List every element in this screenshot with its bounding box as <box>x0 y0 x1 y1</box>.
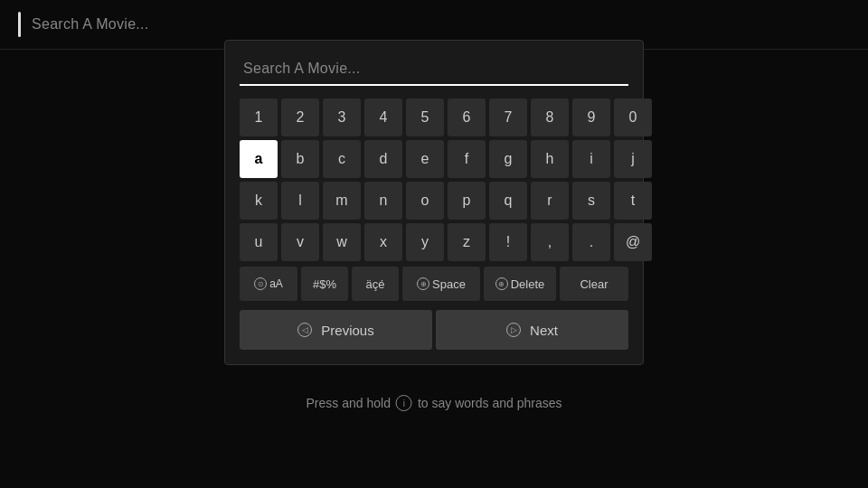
key-s[interactable]: s <box>572 182 610 220</box>
space-circle-icon: ⊕ <box>417 277 429 290</box>
top-search-placeholder: Search A Movie... <box>32 16 149 33</box>
key-3[interactable]: 3 <box>323 99 361 136</box>
clear-button[interactable]: Clear <box>560 267 628 301</box>
accent-button[interactable]: äçé <box>352 267 399 301</box>
delete-circle-icon: ⊕ <box>495 277 508 290</box>
key-f[interactable]: f <box>448 140 486 178</box>
key-i[interactable]: i <box>572 140 610 178</box>
key-u[interactable]: u <box>240 223 278 261</box>
key-n[interactable]: n <box>364 182 402 220</box>
next-button[interactable]: ▷ Next <box>436 310 628 350</box>
special-row: ⊙ aA #$% äçé ⊕ Space ⊕ Delete Clear <box>240 267 628 301</box>
key-5[interactable]: 5 <box>406 99 444 136</box>
key-x[interactable]: x <box>364 223 402 261</box>
key-t[interactable]: t <box>614 182 652 220</box>
key-a[interactable]: a <box>240 140 278 178</box>
key-exclaim[interactable]: ! <box>489 223 527 261</box>
key-m[interactable]: m <box>323 182 361 220</box>
key-4[interactable]: 4 <box>364 99 402 136</box>
alpha-row-2: k l m n o p q r s t <box>240 182 628 220</box>
key-1[interactable]: 1 <box>240 99 278 136</box>
key-comma[interactable]: , <box>531 223 569 261</box>
number-row: 1 2 3 4 5 6 7 8 9 0 <box>240 99 628 136</box>
next-circle-icon: ▷ <box>506 323 521 337</box>
keyboard-grid: 1 2 3 4 5 6 7 8 9 0 a b c d e f g h i j … <box>240 99 628 350</box>
key-period[interactable]: . <box>572 223 610 261</box>
symbol-button[interactable]: #$% <box>301 267 348 301</box>
nav-row: ◁ Previous ▷ Next <box>240 310 628 350</box>
key-d[interactable]: d <box>364 140 402 178</box>
alpha-row-1: a b c d e f g h i j <box>240 140 628 178</box>
search-divider <box>18 12 21 37</box>
key-k[interactable]: k <box>240 182 278 220</box>
key-e[interactable]: e <box>406 140 444 178</box>
key-8[interactable]: 8 <box>531 99 569 136</box>
key-6[interactable]: 6 <box>448 99 486 136</box>
keyboard-modal: 1 2 3 4 5 6 7 8 9 0 a b c d e f g h i j … <box>224 40 644 365</box>
key-r[interactable]: r <box>531 182 569 220</box>
delete-button[interactable]: ⊕ Delete <box>484 267 556 301</box>
key-y[interactable]: y <box>406 223 444 261</box>
case-toggle-button[interactable]: ⊙ aA <box>240 267 297 301</box>
key-q[interactable]: q <box>489 182 527 220</box>
alpha-row-3: u v w x y z ! , . @ <box>240 223 628 261</box>
key-l[interactable]: l <box>281 182 319 220</box>
key-v[interactable]: v <box>281 223 319 261</box>
space-button[interactable]: ⊕ Space <box>402 267 480 301</box>
modal-search-input[interactable] <box>240 55 628 86</box>
key-c[interactable]: c <box>323 140 361 178</box>
key-at[interactable]: @ <box>614 223 652 261</box>
key-o[interactable]: o <box>406 182 444 220</box>
previous-circle-icon: ◁ <box>297 323 312 337</box>
case-circle-icon: ⊙ <box>254 277 267 290</box>
key-w[interactable]: w <box>323 223 361 261</box>
key-h[interactable]: h <box>531 140 569 178</box>
key-g[interactable]: g <box>489 140 527 178</box>
key-b[interactable]: b <box>281 140 319 178</box>
key-9[interactable]: 9 <box>572 99 610 136</box>
key-2[interactable]: 2 <box>281 99 319 136</box>
hint-text: Press and hold i to say words and phrase… <box>307 395 562 411</box>
key-p[interactable]: p <box>448 182 486 220</box>
key-0[interactable]: 0 <box>614 99 652 136</box>
key-j[interactable]: j <box>614 140 652 178</box>
hint-circle-icon: i <box>396 395 412 411</box>
previous-button[interactable]: ◁ Previous <box>240 310 432 350</box>
key-7[interactable]: 7 <box>489 99 527 136</box>
key-z[interactable]: z <box>448 223 486 261</box>
